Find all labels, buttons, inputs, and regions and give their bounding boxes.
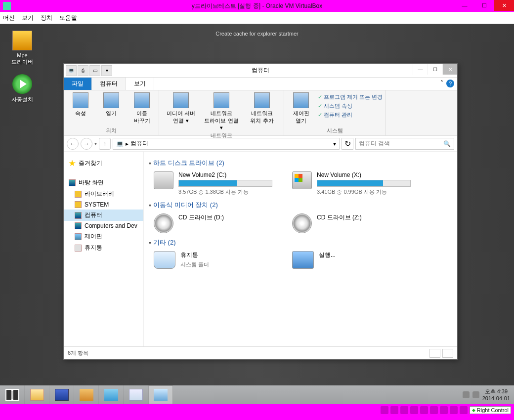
nav-favorites[interactable]: 즐겨찾기 [64, 158, 143, 169]
status-bar: 6개 항목 [64, 346, 457, 359]
ribbon-media-server-button[interactable]: 미디어 서버 연결 ▾ [162, 92, 200, 125]
ribbon-compmgmt-link[interactable]: 컴퓨터 관리 [318, 110, 383, 119]
taskbar-clock[interactable]: 오후 4:39 2014-04-01 [482, 388, 510, 402]
item-run[interactable]: 실행... [292, 251, 411, 269]
ribbon-uninstall-link[interactable]: 프로그램 제거 또는 변경 [318, 92, 383, 101]
ribbon-open-button[interactable]: 열기 [97, 92, 125, 117]
ribbon-collapse-icon[interactable]: ˄ [440, 80, 443, 87]
explorer-titlebar[interactable]: 💻 ⎙ ▭ ▾ 컴퓨터 — ☐ ✕ [64, 64, 457, 78]
recycle-bin-icon [75, 245, 82, 252]
menu-view[interactable]: 보기 [22, 14, 34, 22]
taskbar-tools-button[interactable] [74, 385, 99, 404]
nav-libraries[interactable]: 라이브러리 [64, 188, 143, 200]
ribbon-group-location-label: 위치 [67, 126, 156, 134]
tab-view[interactable]: 보기 [126, 78, 154, 90]
drive-c[interactable]: New Volume2 (C:) 3.57GB 중 1.38GB 사용 가능 [154, 171, 272, 196]
vbox-usb-icon[interactable] [400, 406, 408, 414]
vbox-shared-icon[interactable] [410, 406, 418, 414]
item-name: 휴지통 [180, 251, 272, 259]
nav-control-panel[interactable]: 제어판 [64, 231, 143, 242]
taskbar-save-button[interactable] [49, 385, 74, 404]
taskmgr-icon [129, 389, 143, 401]
drive-cd-z[interactable]: CD 드라이브 (Z:) [292, 213, 411, 233]
taskbar-network-button[interactable] [148, 385, 173, 404]
group-header-hdd[interactable]: 하드 디스크 드라이브 (2) [149, 159, 452, 168]
content-pane: 하드 디스크 드라이브 (2) New Volume2 (C:) 3.57GB … [144, 152, 457, 346]
usage-bar [178, 180, 272, 187]
breadcrumb-item[interactable]: 컴퓨터 [130, 139, 148, 148]
explorer-minimize-button[interactable]: — [413, 64, 428, 75]
breadcrumb[interactable]: 💻 ▸ 컴퓨터 ▾ [113, 138, 340, 150]
group-header-removable[interactable]: 이동식 미디어 장치 (2) [149, 201, 452, 210]
tray-action-icon[interactable] [472, 391, 479, 398]
explorer-maximize-button[interactable]: ☐ [428, 64, 442, 75]
vbox-minimize-button[interactable]: — [455, 0, 474, 11]
taskbar-explorer-button[interactable] [25, 385, 49, 404]
nav-computers-dev[interactable]: Computers and Dev [64, 221, 143, 231]
refresh-button[interactable]: ↻ [342, 138, 353, 150]
nav-up-button[interactable]: ↑ [99, 138, 111, 150]
ribbon-properties-button[interactable]: 속성 [67, 92, 94, 117]
control-panel-icon [75, 233, 82, 240]
drive-cd-d[interactable]: CD 드라이브 (D:) [154, 213, 272, 233]
explorer-close-button[interactable]: ✕ [442, 64, 457, 75]
ribbon-control-panel-button[interactable]: 제어판 열기 [287, 92, 315, 125]
nav-system[interactable]: SYSTEM [64, 200, 143, 210]
computer-icon: 💻 [116, 140, 124, 147]
desktop-icon-mpe-driver[interactable]: Mpe 드라이버 [5, 31, 40, 66]
guest-taskbar: 오후 4:39 2014-04-01 [0, 385, 514, 404]
desktop-icon-label: 자동설치 [5, 96, 40, 103]
explorer-window: 💻 ⎙ ▭ ▾ 컴퓨터 — ☐ ✕ 파일 컴퓨터 보기 ˄ ? [63, 63, 458, 360]
vbox-maximize-button[interactable]: ☐ [474, 0, 494, 11]
desktop-icon-autoinstall[interactable]: 자동설치 [5, 74, 40, 103]
nav-forward-button[interactable]: → [81, 138, 92, 150]
nav-back-button[interactable]: ← [67, 138, 79, 150]
nav-recycle-bin[interactable]: 휴지통 [64, 242, 143, 253]
clock-date: 2014-04-01 [482, 395, 510, 402]
ribbon-tabs: 파일 컴퓨터 보기 ˄ ? [64, 78, 457, 90]
breadcrumb-dropdown-icon[interactable]: ▾ [333, 140, 336, 147]
vbox-cd-icon[interactable] [390, 406, 398, 414]
ribbon-sysprops-link[interactable]: 시스템 속성 [318, 101, 383, 110]
view-details-button[interactable] [429, 349, 440, 358]
vbox-mouse-icon[interactable] [460, 406, 468, 414]
nav-computer[interactable]: 컴퓨터 [64, 210, 143, 221]
drive-usage-text: 3.57GB 중 1.38GB 사용 가능 [178, 188, 272, 196]
help-icon[interactable]: ? [446, 80, 454, 87]
tab-file[interactable]: 파일 [64, 78, 92, 90]
ribbon-add-netloc-button[interactable]: 네트워크 위치 추가 [243, 92, 281, 125]
vbox-display-icon[interactable] [420, 406, 428, 414]
ribbon-map-drive-button[interactable]: 네트워크 드라이브 연결 ▾ [203, 92, 240, 131]
taskbar-paint-button[interactable] [99, 385, 124, 404]
nav-desktop[interactable]: 바탕 화면 [64, 177, 143, 188]
network-location-icon [254, 92, 270, 108]
view-tiles-button[interactable] [442, 349, 453, 358]
menu-devices[interactable]: 장치 [41, 14, 52, 22]
flag-icon [12, 31, 32, 50]
media-server-icon [173, 92, 189, 108]
menu-help[interactable]: 도움말 [59, 14, 77, 22]
tray-shield-icon[interactable] [463, 391, 470, 398]
drive-name: CD 드라이브 (D:) [178, 213, 272, 222]
vbox-close-button[interactable]: ✕ [494, 0, 514, 11]
vbox-network-icon[interactable] [430, 406, 438, 414]
ribbon-rename-button[interactable]: 이름 바꾸기 [128, 92, 156, 125]
drive-name: CD 드라이브 (Z:) [317, 213, 411, 222]
item-name: 실행... [319, 251, 411, 259]
vbox-hostkey-indicator[interactable]: Right Control [470, 406, 511, 414]
group-header-other[interactable]: 기타 (2) [149, 238, 452, 247]
menu-machine[interactable]: 머신 [3, 14, 15, 22]
drive-x[interactable]: New Volume (X:) 3.41GB 중 0.99GB 사용 가능 [292, 171, 411, 196]
taskbar-taskmgr-button[interactable] [124, 385, 148, 404]
tab-computer[interactable]: 컴퓨터 [92, 78, 126, 90]
guest-desktop[interactable]: Create cache for explorer startmer Mpe 드… [0, 24, 514, 404]
vbox-capture-icon[interactable] [450, 406, 458, 414]
search-input[interactable]: 컴퓨터 검색 🔍 [355, 138, 454, 150]
vbox-audio-icon[interactable] [440, 406, 448, 414]
start-button[interactable] [0, 385, 25, 404]
nav-history-dropdown[interactable]: ▾ [94, 141, 97, 146]
search-placeholder: 컴퓨터 검색 [359, 139, 390, 148]
item-recycle-bin[interactable]: 휴지통 시스템 폴더 [154, 251, 272, 269]
vbox-hdd-icon[interactable] [381, 406, 388, 414]
vbox-title: y드라이브테스트 [실행 중] - Oracle VM VirtualBox [0, 2, 514, 10]
